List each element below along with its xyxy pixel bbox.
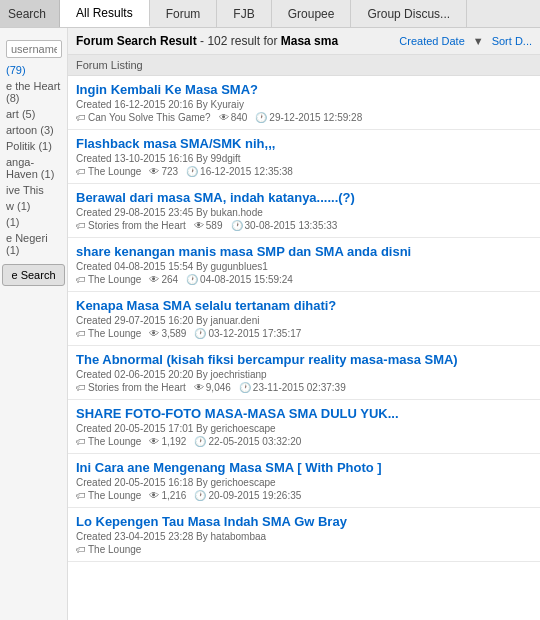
sidebar-item-heart[interactable]: e the Heart (8) bbox=[0, 78, 67, 106]
eye-icon: 👁 bbox=[149, 274, 159, 285]
clock-icon: 🕐 bbox=[194, 328, 206, 339]
post-meta: Created 20-05-2015 17:01 By gerichoescap… bbox=[76, 423, 532, 434]
sidebar-item-w[interactable]: w (1) bbox=[0, 198, 67, 214]
post-title[interactable]: Flashback masa SMA/SMK nih,,, bbox=[76, 136, 532, 151]
post-meta: Created 04-08-2015 15:54 By gugunblues1 bbox=[76, 261, 532, 272]
sidebar: (79) e the Heart (8) art (5) artoon (3) … bbox=[0, 28, 68, 620]
clock-icon: 🕐 bbox=[194, 436, 206, 447]
search-text: Search bbox=[8, 7, 46, 21]
eye-icon: 👁 bbox=[149, 166, 159, 177]
eye-icon: 👁 bbox=[219, 112, 229, 123]
post-tags: 🏷Stories from the Heart👁9,046🕐23-11-2015… bbox=[76, 382, 532, 393]
sort-controls: Created Date ▼ Sort D... bbox=[399, 35, 532, 47]
post-meta: Created 13-10-2015 16:16 By 99dgift bbox=[76, 153, 532, 164]
clock-icon: 🕐 bbox=[255, 112, 267, 123]
post-tags: 🏷The Lounge👁723🕐16-12-2015 12:35:38 bbox=[76, 166, 532, 177]
post-title[interactable]: Kenapa Masa SMA selalu tertanam dihati? bbox=[76, 298, 532, 313]
post-views: 👁723 bbox=[149, 166, 178, 177]
post-tag: 🏷The Lounge bbox=[76, 166, 141, 177]
tag-icon: 🏷 bbox=[76, 220, 86, 231]
top-navigation: Search All Results Forum FJB Groupee Gro… bbox=[0, 0, 540, 28]
tag-icon: 🏷 bbox=[76, 382, 86, 393]
post-tags: 🏷The Lounge👁3,589🕐03-12-2015 17:35:17 bbox=[76, 328, 532, 339]
list-item: Lo Kepengen Tau Masa Indah SMA Gw BrayCr… bbox=[68, 508, 540, 562]
post-meta: Created 29-08-2015 23:45 By bukan.hode bbox=[76, 207, 532, 218]
post-tag: 🏷The Lounge bbox=[76, 490, 141, 501]
eye-icon: 👁 bbox=[149, 490, 159, 501]
post-tag: 🏷The Lounge bbox=[76, 328, 141, 339]
nav-tabs: All Results Forum FJB Groupee Group Disc… bbox=[60, 0, 540, 27]
post-tag: 🏷The Lounge bbox=[76, 544, 141, 555]
post-tags: 🏷The Lounge bbox=[76, 544, 532, 555]
post-last-time: 🕐04-08-2015 15:59:24 bbox=[186, 274, 293, 285]
post-title[interactable]: Ini Cara ane Mengenang Masa SMA [ With P… bbox=[76, 460, 532, 475]
sidebar-item-anga[interactable]: anga-Haven (1) bbox=[0, 154, 67, 182]
tag-icon: 🏷 bbox=[76, 166, 86, 177]
post-title[interactable]: SHARE FOTO-FOTO MASA-MASA SMA DULU YUK..… bbox=[76, 406, 532, 421]
post-views: 👁1,192 bbox=[149, 436, 186, 447]
posts-list: Ingin Kembali Ke Masa SMA?Created 16-12-… bbox=[68, 76, 540, 562]
main-container: (79) e the Heart (8) art (5) artoon (3) … bbox=[0, 28, 540, 620]
tab-groupee[interactable]: Groupee bbox=[272, 0, 352, 27]
post-tags: 🏷The Lounge👁1,192🕐22-05-2015 03:32:20 bbox=[76, 436, 532, 447]
clock-icon: 🕐 bbox=[194, 490, 206, 501]
post-tags: 🏷Stories from the Heart👁589🕐30-08-2015 1… bbox=[76, 220, 532, 231]
sidebar-sections: (79) e the Heart (8) art (5) artoon (3) … bbox=[0, 62, 67, 258]
eye-icon: 👁 bbox=[194, 220, 204, 231]
post-tags: 🏷Can You Solve This Game?👁840🕐29-12-2015… bbox=[76, 112, 532, 123]
post-title[interactable]: Lo Kepengen Tau Masa Indah SMA Gw Bray bbox=[76, 514, 532, 529]
post-title[interactable]: share kenangan manis masa SMP dan SMA an… bbox=[76, 244, 532, 259]
post-last-time: 🕐30-08-2015 13:35:33 bbox=[231, 220, 338, 231]
post-last-time: 🕐20-09-2015 19:26:35 bbox=[194, 490, 301, 501]
sidebar-item-blank[interactable]: (1) bbox=[0, 214, 67, 230]
sort-direction[interactable]: Sort D... bbox=[492, 35, 532, 47]
sidebar-item-politik[interactable]: Politik (1) bbox=[0, 138, 67, 154]
list-item: The Abnormal (kisah fiksi bercampur real… bbox=[68, 346, 540, 400]
clock-icon: 🕐 bbox=[239, 382, 251, 393]
search-button[interactable]: e Search bbox=[2, 264, 64, 286]
sidebar-item-art[interactable]: art (5) bbox=[0, 106, 67, 122]
list-item: SHARE FOTO-FOTO MASA-MASA SMA DULU YUK..… bbox=[68, 400, 540, 454]
tag-icon: 🏷 bbox=[76, 328, 86, 339]
post-last-time: 🕐22-05-2015 03:32:20 bbox=[194, 436, 301, 447]
eye-icon: 👁 bbox=[149, 328, 159, 339]
clock-icon: 🕐 bbox=[231, 220, 243, 231]
list-item: Berawal dari masa SMA, indah katanya....… bbox=[68, 184, 540, 238]
sidebar-item-dive[interactable]: ive This bbox=[0, 182, 67, 198]
post-title[interactable]: Berawal dari masa SMA, indah katanya....… bbox=[76, 190, 532, 205]
post-title[interactable]: The Abnormal (kisah fiksi bercampur real… bbox=[76, 352, 532, 367]
post-views: 👁9,046 bbox=[194, 382, 231, 393]
post-tag: 🏷Stories from the Heart bbox=[76, 382, 186, 393]
sidebar-item-cartoon[interactable]: artoon (3) bbox=[0, 122, 67, 138]
tag-icon: 🏷 bbox=[76, 544, 86, 555]
sidebar-item-negeri[interactable]: e Negeri (1) bbox=[0, 230, 67, 258]
post-views: 👁264 bbox=[149, 274, 178, 285]
username-input[interactable] bbox=[6, 40, 62, 58]
tab-forum[interactable]: Forum bbox=[150, 0, 218, 27]
post-views: 👁1,216 bbox=[149, 490, 186, 501]
post-tags: 🏷The Lounge👁1,216🕐20-09-2015 19:26:35 bbox=[76, 490, 532, 501]
created-date-sort[interactable]: Created Date bbox=[399, 35, 464, 47]
post-tags: 🏷The Lounge👁264🕐04-08-2015 15:59:24 bbox=[76, 274, 532, 285]
tag-icon: 🏷 bbox=[76, 436, 86, 447]
tag-icon: 🏷 bbox=[76, 490, 86, 501]
post-last-time: 🕐29-12-2015 12:59:28 bbox=[255, 112, 362, 123]
sidebar-item-all[interactable]: (79) bbox=[0, 62, 67, 78]
post-tag: 🏷The Lounge bbox=[76, 274, 141, 285]
content-header: Forum Search Result - 102 result for Mas… bbox=[68, 28, 540, 55]
list-item: Ini Cara ane Mengenang Masa SMA [ With P… bbox=[68, 454, 540, 508]
post-tag: 🏷Stories from the Heart bbox=[76, 220, 186, 231]
post-tag: 🏷The Lounge bbox=[76, 436, 141, 447]
post-title[interactable]: Ingin Kembali Ke Masa SMA? bbox=[76, 82, 532, 97]
tab-all-results[interactable]: All Results bbox=[60, 0, 150, 27]
post-meta: Created 20-05-2015 16:18 By gerichoescap… bbox=[76, 477, 532, 488]
post-meta: Created 29-07-2015 16:20 By januar.deni bbox=[76, 315, 532, 326]
tab-group-discuss[interactable]: Group Discus... bbox=[351, 0, 467, 27]
post-last-time: 🕐03-12-2015 17:35:17 bbox=[194, 328, 301, 339]
post-last-time: 🕐16-12-2015 12:35:38 bbox=[186, 166, 293, 177]
list-item: Ingin Kembali Ke Masa SMA?Created 16-12-… bbox=[68, 76, 540, 130]
post-views: 👁589 bbox=[194, 220, 223, 231]
post-meta: Created 02-06-2015 20:20 By joechristian… bbox=[76, 369, 532, 380]
tab-fjb[interactable]: FJB bbox=[217, 0, 271, 27]
post-tag: 🏷Can You Solve This Game? bbox=[76, 112, 211, 123]
